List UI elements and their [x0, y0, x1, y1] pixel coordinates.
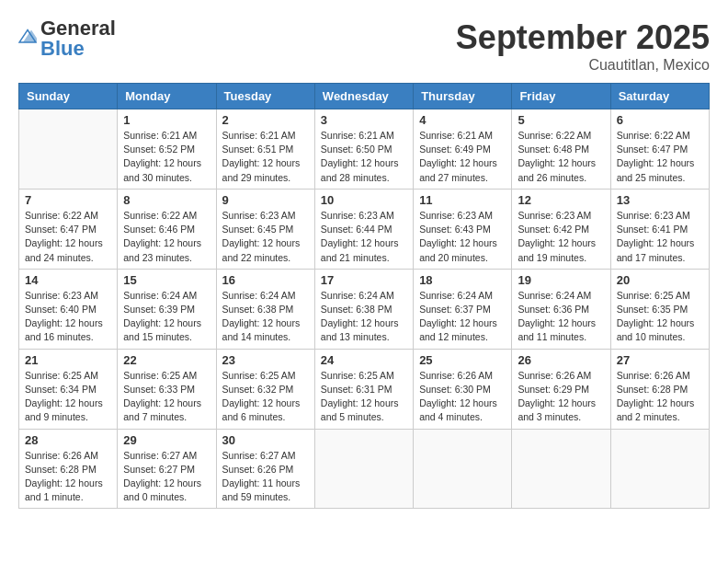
calendar-cell: 11Sunrise: 6:23 AM Sunset: 6:43 PM Dayli…: [414, 189, 512, 269]
day-number: 5: [518, 113, 604, 127]
day-info: Sunrise: 6:26 AM Sunset: 6:29 PM Dayligh…: [518, 369, 604, 425]
calendar-cell: 24Sunrise: 6:25 AM Sunset: 6:31 PM Dayli…: [314, 349, 413, 429]
calendar-cell: 2Sunrise: 6:21 AM Sunset: 6:51 PM Daylig…: [216, 109, 314, 190]
weekday-header-monday: Monday: [118, 84, 216, 109]
day-number: 25: [419, 353, 506, 367]
calendar-cell: [512, 429, 610, 509]
day-number: 9: [222, 193, 309, 207]
weekday-header-friday: Friday: [512, 84, 610, 109]
day-info: Sunrise: 6:27 AM Sunset: 6:27 PM Dayligh…: [123, 449, 210, 505]
day-number: 6: [617, 113, 703, 127]
day-number: 24: [321, 353, 407, 367]
calendar-cell: 9Sunrise: 6:23 AM Sunset: 6:45 PM Daylig…: [216, 189, 314, 269]
day-number: 13: [617, 193, 703, 207]
day-info: Sunrise: 6:25 AM Sunset: 6:32 PM Dayligh…: [222, 369, 309, 425]
day-info: Sunrise: 6:23 AM Sunset: 6:45 PM Dayligh…: [222, 209, 309, 265]
calendar-cell: 6Sunrise: 6:22 AM Sunset: 6:47 PM Daylig…: [610, 109, 709, 190]
calendar-cell: 3Sunrise: 6:21 AM Sunset: 6:50 PM Daylig…: [314, 109, 413, 190]
day-info: Sunrise: 6:26 AM Sunset: 6:28 PM Dayligh…: [25, 449, 111, 505]
day-number: 2: [222, 113, 309, 127]
logo: General Blue: [18, 18, 116, 59]
day-info: Sunrise: 6:24 AM Sunset: 6:36 PM Dayligh…: [518, 289, 604, 345]
calendar-cell: 4Sunrise: 6:21 AM Sunset: 6:49 PM Daylig…: [414, 109, 512, 190]
day-number: 14: [25, 273, 111, 287]
calendar-week-row: 28Sunrise: 6:26 AM Sunset: 6:28 PM Dayli…: [19, 429, 710, 509]
weekday-header-sunday: Sunday: [19, 84, 118, 109]
day-number: 11: [419, 193, 506, 207]
calendar-cell: 27Sunrise: 6:26 AM Sunset: 6:28 PM Dayli…: [610, 349, 709, 429]
calendar-table: SundayMondayTuesdayWednesdayThursdayFrid…: [18, 83, 710, 509]
calendar-cell: 30Sunrise: 6:27 AM Sunset: 6:26 PM Dayli…: [216, 429, 314, 509]
day-number: 17: [321, 273, 407, 287]
day-number: 19: [518, 273, 604, 287]
day-number: 28: [25, 433, 111, 447]
calendar-cell: 19Sunrise: 6:24 AM Sunset: 6:36 PM Dayli…: [512, 269, 610, 349]
calendar-header-row: SundayMondayTuesdayWednesdayThursdayFrid…: [19, 84, 710, 109]
logo-text: General Blue: [40, 18, 116, 59]
calendar-cell: 1Sunrise: 6:21 AM Sunset: 6:52 PM Daylig…: [118, 109, 216, 190]
day-info: Sunrise: 6:26 AM Sunset: 6:28 PM Dayligh…: [617, 369, 703, 425]
day-info: Sunrise: 6:21 AM Sunset: 6:52 PM Dayligh…: [123, 129, 210, 185]
day-number: 7: [25, 193, 111, 207]
day-number: 29: [123, 433, 210, 447]
day-number: 21: [25, 353, 111, 367]
calendar-cell: 10Sunrise: 6:23 AM Sunset: 6:44 PM Dayli…: [314, 189, 413, 269]
day-info: Sunrise: 6:22 AM Sunset: 6:48 PM Dayligh…: [518, 129, 604, 185]
calendar-body: 1Sunrise: 6:21 AM Sunset: 6:52 PM Daylig…: [19, 109, 710, 509]
day-number: 23: [222, 353, 309, 367]
day-number: 18: [419, 273, 506, 287]
day-info: Sunrise: 6:27 AM Sunset: 6:26 PM Dayligh…: [222, 449, 309, 505]
day-number: 10: [321, 193, 407, 207]
calendar-cell: 14Sunrise: 6:23 AM Sunset: 6:40 PM Dayli…: [19, 269, 118, 349]
calendar-cell: 5Sunrise: 6:22 AM Sunset: 6:48 PM Daylig…: [512, 109, 610, 190]
day-info: Sunrise: 6:26 AM Sunset: 6:30 PM Dayligh…: [419, 369, 506, 425]
day-number: 12: [518, 193, 604, 207]
day-number: 27: [617, 353, 703, 367]
calendar-cell: 13Sunrise: 6:23 AM Sunset: 6:41 PM Dayli…: [610, 189, 709, 269]
day-number: 16: [222, 273, 309, 287]
day-number: 20: [617, 273, 703, 287]
day-number: 30: [222, 433, 309, 447]
title-block: September 2025 Cuautitlan, Mexico: [456, 18, 710, 74]
calendar-cell: 8Sunrise: 6:22 AM Sunset: 6:46 PM Daylig…: [118, 189, 216, 269]
day-info: Sunrise: 6:24 AM Sunset: 6:37 PM Dayligh…: [419, 289, 506, 345]
day-info: Sunrise: 6:23 AM Sunset: 6:42 PM Dayligh…: [518, 209, 604, 265]
calendar-week-row: 7Sunrise: 6:22 AM Sunset: 6:47 PM Daylig…: [19, 189, 710, 269]
day-info: Sunrise: 6:25 AM Sunset: 6:33 PM Dayligh…: [123, 369, 210, 425]
month-title: September 2025: [456, 18, 710, 57]
day-info: Sunrise: 6:25 AM Sunset: 6:35 PM Dayligh…: [617, 289, 703, 345]
day-info: Sunrise: 6:24 AM Sunset: 6:38 PM Dayligh…: [222, 289, 309, 345]
calendar-cell: 26Sunrise: 6:26 AM Sunset: 6:29 PM Dayli…: [512, 349, 610, 429]
day-info: Sunrise: 6:22 AM Sunset: 6:46 PM Dayligh…: [123, 209, 210, 265]
location-title: Cuautitlan, Mexico: [456, 57, 710, 74]
day-info: Sunrise: 6:23 AM Sunset: 6:40 PM Dayligh…: [25, 289, 111, 345]
logo-graphic: [18, 28, 37, 50]
calendar-cell: 21Sunrise: 6:25 AM Sunset: 6:34 PM Dayli…: [19, 349, 118, 429]
day-info: Sunrise: 6:25 AM Sunset: 6:34 PM Dayligh…: [25, 369, 111, 425]
day-number: 15: [123, 273, 210, 287]
calendar-cell: 12Sunrise: 6:23 AM Sunset: 6:42 PM Dayli…: [512, 189, 610, 269]
calendar-cell: [610, 429, 709, 509]
day-number: 22: [123, 353, 210, 367]
calendar-cell: 17Sunrise: 6:24 AM Sunset: 6:38 PM Dayli…: [314, 269, 413, 349]
calendar-cell: 29Sunrise: 6:27 AM Sunset: 6:27 PM Dayli…: [118, 429, 216, 509]
day-number: 26: [518, 353, 604, 367]
calendar-cell: 18Sunrise: 6:24 AM Sunset: 6:37 PM Dayli…: [414, 269, 512, 349]
day-number: 3: [321, 113, 407, 127]
day-info: Sunrise: 6:21 AM Sunset: 6:49 PM Dayligh…: [419, 129, 506, 185]
day-info: Sunrise: 6:24 AM Sunset: 6:38 PM Dayligh…: [321, 289, 407, 345]
page-header: General Blue September 2025 Cuautitlan, …: [18, 18, 710, 74]
weekday-header-wednesday: Wednesday: [314, 84, 413, 109]
calendar-cell: [314, 429, 413, 509]
day-info: Sunrise: 6:22 AM Sunset: 6:47 PM Dayligh…: [617, 129, 703, 185]
day-info: Sunrise: 6:23 AM Sunset: 6:41 PM Dayligh…: [617, 209, 703, 265]
calendar-cell: 20Sunrise: 6:25 AM Sunset: 6:35 PM Dayli…: [610, 269, 709, 349]
calendar-cell: 28Sunrise: 6:26 AM Sunset: 6:28 PM Dayli…: [19, 429, 118, 509]
calendar-cell: [414, 429, 512, 509]
calendar-week-row: 21Sunrise: 6:25 AM Sunset: 6:34 PM Dayli…: [19, 349, 710, 429]
day-number: 4: [419, 113, 506, 127]
calendar-week-row: 1Sunrise: 6:21 AM Sunset: 6:52 PM Daylig…: [19, 109, 710, 190]
day-info: Sunrise: 6:25 AM Sunset: 6:31 PM Dayligh…: [321, 369, 407, 425]
day-info: Sunrise: 6:23 AM Sunset: 6:44 PM Dayligh…: [321, 209, 407, 265]
calendar-week-row: 14Sunrise: 6:23 AM Sunset: 6:40 PM Dayli…: [19, 269, 710, 349]
